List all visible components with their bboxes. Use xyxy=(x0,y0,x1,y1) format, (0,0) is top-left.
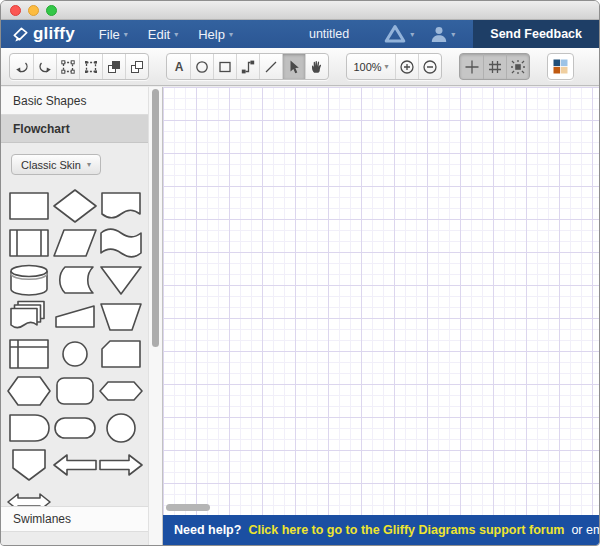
zoom-out-button[interactable] xyxy=(418,54,441,79)
crosshair-icon xyxy=(464,59,480,75)
chevron-down-icon: ▾ xyxy=(410,30,414,39)
text-tool-button[interactable]: A xyxy=(167,54,190,79)
shape-internal-storage[interactable] xyxy=(6,335,52,372)
google-drive-button[interactable]: ▾ xyxy=(375,20,422,48)
zoom-window-button[interactable] xyxy=(46,5,57,16)
gliffy-logo-icon xyxy=(11,25,30,44)
theme-button[interactable] xyxy=(547,53,574,80)
help-bar: Need help? Click here to go to the Gliff… xyxy=(163,515,599,545)
line-tool-button[interactable] xyxy=(259,54,282,79)
chevron-down-icon: ▾ xyxy=(451,30,455,39)
sidebar-section-flowchart[interactable]: Flowchart xyxy=(1,115,162,143)
grid-icon xyxy=(487,59,503,75)
shape-preparation[interactable] xyxy=(6,372,52,409)
shape-stored-data[interactable] xyxy=(52,261,98,298)
sidebar-section-swimlanes[interactable]: Swimlanes xyxy=(1,506,148,532)
minimize-window-button[interactable] xyxy=(28,5,39,16)
shape-multiple-documents[interactable] xyxy=(6,298,52,335)
draw-tools-group: A xyxy=(166,53,329,80)
shape-arrow-left[interactable] xyxy=(52,446,98,483)
chevron-down-icon: ▾ xyxy=(87,160,91,169)
group-icon xyxy=(106,59,122,75)
shape-off-page-connector[interactable] xyxy=(6,446,52,483)
account-button[interactable]: ▾ xyxy=(422,20,463,48)
canvas-horizontal-scrollbar-thumb[interactable] xyxy=(166,504,210,511)
shape-arrow-right[interactable] xyxy=(98,446,144,483)
shape-connector[interactable] xyxy=(52,335,98,372)
shape-decision[interactable] xyxy=(52,187,98,224)
shape-connector-large[interactable] xyxy=(98,409,144,446)
shape-palette xyxy=(6,187,147,520)
menu-list: File▾Edit▾Help▾ xyxy=(89,20,243,48)
menu-edit[interactable]: Edit▾ xyxy=(138,20,188,48)
menu-help[interactable]: Help▾ xyxy=(188,20,243,48)
ungroup-icon xyxy=(129,59,145,75)
zoom-level-dropdown[interactable]: 100%▾ xyxy=(347,54,395,79)
send-feedback-button[interactable]: Send Feedback xyxy=(473,20,599,48)
select-all-button[interactable] xyxy=(56,54,79,79)
shape-process[interactable] xyxy=(6,187,52,224)
zoom-level-value: 100% xyxy=(353,61,381,73)
cursor-icon xyxy=(286,59,302,75)
zoom-in-button[interactable] xyxy=(395,54,418,79)
shape-predefined-process[interactable] xyxy=(6,224,52,261)
grid-toggle[interactable] xyxy=(483,54,506,79)
menu-label: Edit xyxy=(148,27,170,42)
skin-selector-dropdown[interactable]: Classic Skin ▾ xyxy=(11,154,101,175)
menu-file[interactable]: File▾ xyxy=(89,20,138,48)
shape-document[interactable] xyxy=(98,187,144,224)
shape-merge[interactable] xyxy=(98,261,144,298)
close-window-button[interactable] xyxy=(10,5,21,16)
zoom-in-icon xyxy=(399,59,415,75)
menu-label: Help xyxy=(198,27,225,42)
sidebar-section-basic-shapes[interactable]: Basic Shapes xyxy=(1,87,162,115)
ungroup-button[interactable] xyxy=(125,54,148,79)
connector-tool-button[interactable] xyxy=(236,54,259,79)
redo-button[interactable] xyxy=(33,54,56,79)
skin-selector-label: Classic Skin xyxy=(21,159,81,171)
document-title[interactable]: untitled xyxy=(309,27,349,41)
shape-card[interactable] xyxy=(98,335,144,372)
shape-database[interactable] xyxy=(6,261,52,298)
shape-manual-input[interactable] xyxy=(52,298,98,335)
zoom-out-icon xyxy=(422,59,438,75)
snap-toggle[interactable] xyxy=(506,54,529,79)
shape-data[interactable] xyxy=(52,224,98,261)
crosshair-toggle[interactable] xyxy=(460,54,483,79)
titlebar xyxy=(1,1,599,20)
sidebar-scrollbar-thumb[interactable] xyxy=(152,89,159,347)
chevron-down-icon: ▾ xyxy=(385,62,389,71)
rectangle-tool-button[interactable] xyxy=(213,54,236,79)
shape-alternate-process[interactable] xyxy=(52,372,98,409)
group-button[interactable] xyxy=(102,54,125,79)
shape-terminal-hexagon[interactable] xyxy=(98,372,144,409)
content-area: Basic Shapes Flowchart Classic Skin ▾ Sw… xyxy=(1,87,599,545)
user-icon xyxy=(430,25,448,43)
select-tool-button[interactable] xyxy=(282,54,305,79)
support-forum-link[interactable]: Click here to go to the Gliffy Diagrams … xyxy=(248,523,564,537)
grid-group xyxy=(459,53,530,80)
ellipse-icon xyxy=(194,59,210,75)
menubar-right: untitled ▾ ▾ Send Feedback xyxy=(309,20,599,48)
pan-tool-button[interactable] xyxy=(305,54,328,79)
shape-manual-operation[interactable] xyxy=(98,298,144,335)
drawing-canvas[interactable]: Need help? Click here to go to the Gliff… xyxy=(163,87,599,545)
ellipse-tool-button[interactable] xyxy=(190,54,213,79)
hand-icon xyxy=(309,59,325,75)
sidebar-scrollbar[interactable] xyxy=(148,87,162,545)
connector-icon xyxy=(240,59,256,75)
shape-delay[interactable] xyxy=(6,409,52,446)
chevron-down-icon: ▾ xyxy=(174,30,178,39)
help-suffix-text: or email support@gliffy.com xyxy=(571,523,599,537)
google-drive-icon xyxy=(383,24,407,44)
toolbar: A100%▾ xyxy=(1,48,599,86)
zoom-group: 100%▾ xyxy=(346,53,442,80)
undo-button[interactable] xyxy=(10,54,33,79)
svg-text:A: A xyxy=(174,60,183,74)
gliffy-logo-text: gliffy xyxy=(33,24,75,44)
shape-paper-tape[interactable] xyxy=(98,224,144,261)
menubar: gliffy File▾Edit▾Help▾ untitled ▾ ▾ Send… xyxy=(1,20,599,48)
text-icon: A xyxy=(171,59,187,75)
snap-selection-button[interactable] xyxy=(79,54,102,79)
shape-terminator[interactable] xyxy=(52,409,98,446)
